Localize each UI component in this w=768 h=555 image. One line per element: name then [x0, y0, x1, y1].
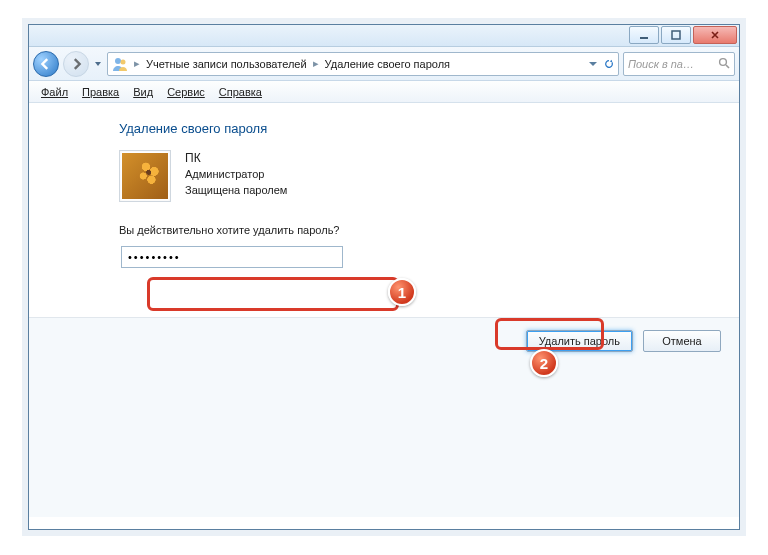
- window-frame: ▸ Учетные записи пользователей ▸ Удалени…: [28, 24, 740, 530]
- forward-button[interactable]: [63, 51, 89, 77]
- password-input[interactable]: [121, 246, 343, 268]
- svg-rect-0: [640, 37, 648, 39]
- menu-view[interactable]: Вид: [127, 84, 159, 100]
- svg-point-2: [115, 58, 121, 64]
- search-placeholder: Поиск в па…: [628, 58, 694, 70]
- breadcrumb-level1[interactable]: Учетные записи пользователей: [146, 58, 307, 70]
- page-title: Удаление своего пароля: [119, 121, 725, 136]
- user-accounts-icon: [112, 56, 128, 72]
- avatar: [119, 150, 171, 202]
- search-box[interactable]: Поиск в па…: [623, 52, 735, 76]
- history-dropdown[interactable]: [93, 60, 103, 68]
- menu-help[interactable]: Справка: [213, 84, 268, 100]
- cancel-button[interactable]: Отмена: [643, 330, 721, 352]
- confirm-prompt: Вы действительно хотите удалить пароль?: [119, 224, 725, 236]
- close-button[interactable]: [693, 26, 737, 44]
- svg-point-3: [121, 59, 126, 64]
- user-role: Администратор: [185, 167, 287, 183]
- address-dropdown[interactable]: [588, 59, 598, 69]
- titlebar: [29, 25, 739, 47]
- svg-rect-1: [672, 31, 680, 39]
- user-status: Защищена паролем: [185, 183, 287, 199]
- user-info-block: ПК Администратор Защищена паролем: [119, 150, 725, 202]
- minimize-button[interactable]: [629, 26, 659, 44]
- user-name: ПК: [185, 150, 287, 167]
- button-row: Удалить пароль Отмена: [29, 317, 739, 517]
- menu-tools[interactable]: Сервис: [161, 84, 211, 100]
- content-area: Удаление своего пароля ПК Администратор …: [29, 103, 739, 268]
- refresh-button[interactable]: [604, 59, 614, 69]
- annotation-highlight-1: [147, 277, 399, 311]
- address-bar[interactable]: ▸ Учетные записи пользователей ▸ Удалени…: [107, 52, 619, 76]
- svg-point-4: [720, 58, 727, 65]
- menu-file[interactable]: Файл: [35, 84, 74, 100]
- nav-row: ▸ Учетные записи пользователей ▸ Удалени…: [29, 47, 739, 81]
- search-icon: [718, 57, 730, 71]
- delete-password-button[interactable]: Удалить пароль: [526, 330, 633, 352]
- menu-bar: Файл Правка Вид Сервис Справка: [29, 81, 739, 103]
- breadcrumb-sep-icon: ▸: [313, 57, 319, 70]
- menu-edit[interactable]: Правка: [76, 84, 125, 100]
- breadcrumb-sep-icon: ▸: [134, 57, 140, 70]
- annotation-badge-1: 1: [388, 278, 416, 306]
- back-button[interactable]: [33, 51, 59, 77]
- breadcrumb-level2[interactable]: Удаление своего пароля: [325, 58, 450, 70]
- maximize-button[interactable]: [661, 26, 691, 44]
